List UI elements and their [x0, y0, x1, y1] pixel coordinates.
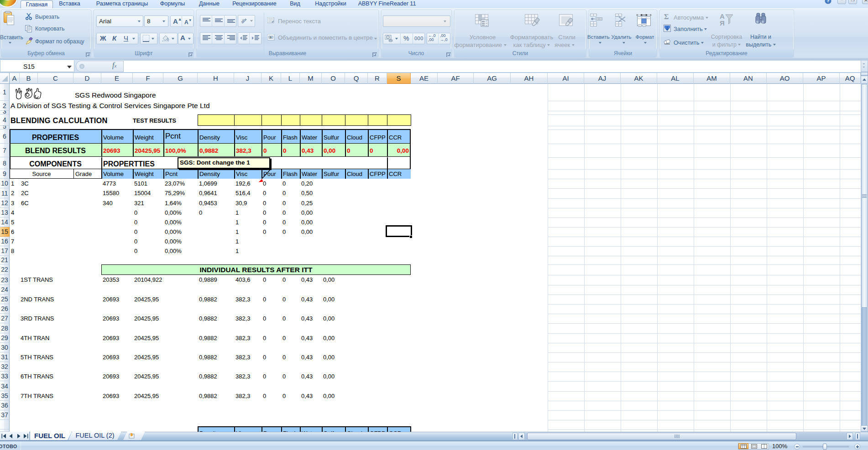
svg-text:Я: Я — [720, 19, 725, 27]
svg-text:a: a — [270, 36, 272, 39]
